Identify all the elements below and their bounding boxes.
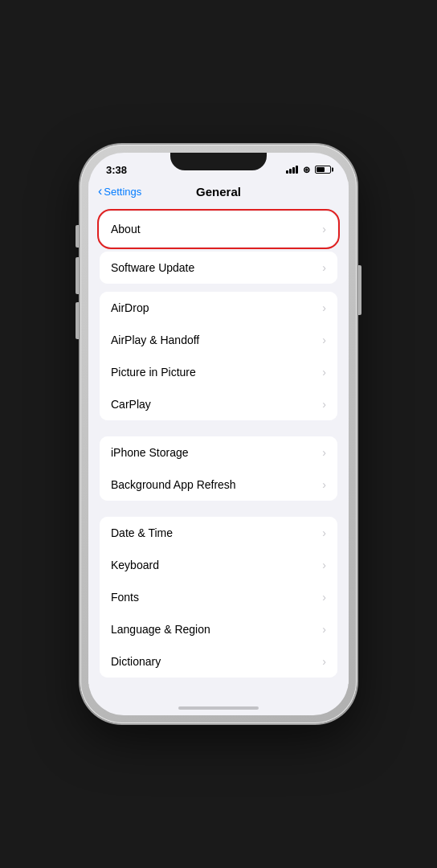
background-app-refresh-label: Background App Refresh bbox=[111, 478, 236, 491]
section-connectivity: AirDrop › AirPlay & Handoff › Picture in… bbox=[88, 292, 349, 420]
carplay-row[interactable]: CarPlay › bbox=[100, 388, 337, 420]
software-update-row[interactable]: Software Update › bbox=[100, 252, 337, 284]
phone-screen: 3:38 ⊛ ‹ Settings General bbox=[88, 153, 349, 715]
background-app-refresh-chevron-icon: › bbox=[322, 478, 326, 491]
status-time: 3:38 bbox=[106, 164, 127, 176]
dictionary-row[interactable]: Dictionary › bbox=[100, 645, 337, 678]
fonts-row[interactable]: Fonts › bbox=[100, 581, 337, 613]
about-row[interactable]: About › bbox=[100, 211, 337, 247]
about-label: About bbox=[111, 223, 141, 235]
settings-content: About › Software Update › AirDrop bbox=[88, 205, 349, 684]
back-label: Settings bbox=[104, 186, 141, 198]
fonts-label: Fonts bbox=[111, 591, 139, 604]
section-locale: Date & Time › Keyboard › Fonts › Languag… bbox=[88, 517, 349, 678]
airdrop-chevron-icon: › bbox=[322, 301, 326, 314]
airplay-handoff-label: AirPlay & Handoff bbox=[111, 334, 199, 346]
phone-frame: 3:38 ⊛ ‹ Settings General bbox=[80, 145, 357, 723]
volume-up-button[interactable] bbox=[76, 257, 79, 294]
picture-in-picture-chevron-icon: › bbox=[322, 366, 326, 379]
airdrop-row[interactable]: AirDrop › bbox=[100, 292, 337, 324]
page-title: General bbox=[196, 185, 241, 199]
language-region-row[interactable]: Language & Region › bbox=[100, 613, 337, 645]
battery-icon bbox=[315, 166, 331, 174]
airplay-handoff-row[interactable]: AirPlay & Handoff › bbox=[100, 324, 337, 356]
back-chevron-icon: ‹ bbox=[98, 184, 102, 199]
dictionary-label: Dictionary bbox=[111, 655, 161, 668]
section-top: About › Software Update › bbox=[88, 211, 349, 284]
airdrop-label: AirDrop bbox=[111, 301, 149, 314]
signal-icon bbox=[286, 166, 298, 174]
language-region-chevron-icon: › bbox=[322, 623, 326, 636]
picture-in-picture-row[interactable]: Picture in Picture › bbox=[100, 356, 337, 388]
background-app-refresh-row[interactable]: Background App Refresh › bbox=[100, 469, 337, 501]
wifi-icon: ⊛ bbox=[303, 165, 310, 175]
date-time-label: Date & Time bbox=[111, 526, 173, 539]
fonts-chevron-icon: › bbox=[322, 591, 326, 604]
language-region-label: Language & Region bbox=[111, 623, 210, 636]
status-icons: ⊛ bbox=[286, 165, 331, 175]
power-button[interactable] bbox=[358, 265, 361, 315]
software-update-chevron-icon: › bbox=[322, 261, 326, 274]
section-storage: iPhone Storage › Background App Refresh … bbox=[88, 436, 349, 501]
home-indicator[interactable] bbox=[178, 706, 259, 710]
airplay-handoff-chevron-icon: › bbox=[322, 334, 326, 346]
dictionary-chevron-icon: › bbox=[322, 655, 326, 668]
about-chevron-icon: › bbox=[322, 223, 326, 235]
connectivity-group: AirDrop › AirPlay & Handoff › Picture in… bbox=[100, 292, 337, 420]
mute-button[interactable] bbox=[76, 225, 79, 248]
volume-down-button[interactable] bbox=[76, 302, 79, 339]
iphone-storage-row[interactable]: iPhone Storage › bbox=[100, 436, 337, 469]
notch bbox=[170, 153, 267, 170]
iphone-storage-chevron-icon: › bbox=[322, 446, 326, 459]
keyboard-label: Keyboard bbox=[111, 559, 159, 571]
software-update-label: Software Update bbox=[111, 261, 194, 274]
software-update-group: Software Update › bbox=[100, 252, 337, 284]
keyboard-chevron-icon: › bbox=[322, 559, 326, 571]
about-group: About › bbox=[100, 211, 337, 247]
iphone-storage-label: iPhone Storage bbox=[111, 446, 189, 459]
navigation-header: ‹ Settings General bbox=[88, 182, 349, 205]
carplay-label: CarPlay bbox=[111, 398, 151, 411]
locale-group: Date & Time › Keyboard › Fonts › Languag… bbox=[100, 517, 337, 678]
date-time-chevron-icon: › bbox=[322, 526, 326, 539]
date-time-row[interactable]: Date & Time › bbox=[100, 517, 337, 549]
picture-in-picture-label: Picture in Picture bbox=[111, 366, 196, 379]
storage-group: iPhone Storage › Background App Refresh … bbox=[100, 436, 337, 501]
keyboard-row[interactable]: Keyboard › bbox=[100, 549, 337, 581]
carplay-chevron-icon: › bbox=[322, 398, 326, 411]
back-button[interactable]: ‹ Settings bbox=[98, 185, 141, 199]
